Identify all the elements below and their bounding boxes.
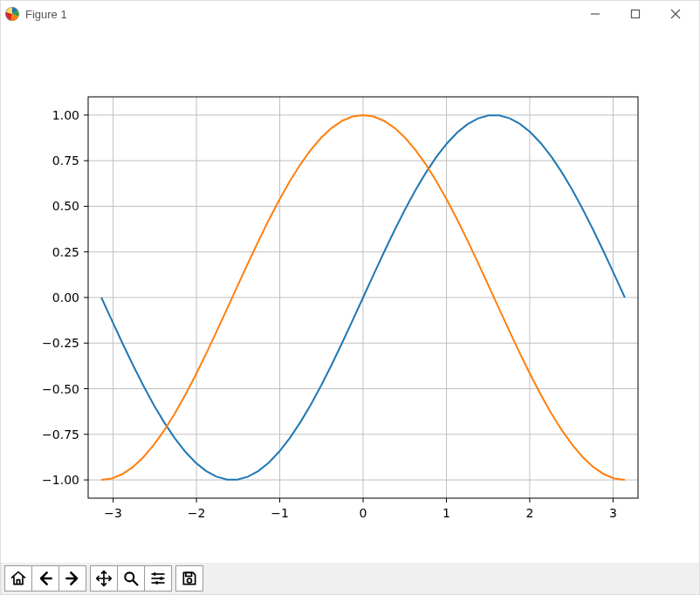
arrow-left-icon <box>37 570 54 587</box>
window-maximize-button[interactable] <box>615 1 655 27</box>
svg-point-47 <box>188 578 192 583</box>
save-button[interactable] <box>176 566 202 591</box>
configure-subplots-button[interactable] <box>144 566 171 591</box>
ytick-label: −1.00 <box>42 473 79 487</box>
move-icon <box>95 570 113 587</box>
forward-button[interactable] <box>58 566 86 591</box>
nav-toolbar <box>1 563 699 594</box>
pan-button[interactable] <box>91 566 117 591</box>
nav-group-view <box>90 565 172 592</box>
save-icon <box>181 570 198 587</box>
ytick-label: −0.50 <box>42 382 79 396</box>
magnify-icon <box>122 570 140 587</box>
svg-rect-45 <box>156 581 159 584</box>
titlebar: Figure 1 <box>1 1 699 27</box>
xtick-label: −2 <box>188 506 206 520</box>
zoom-button[interactable] <box>117 566 144 591</box>
svg-rect-2 <box>632 10 640 18</box>
figure-window: Figure 1 −3−2−10123−1.00−0.75−0.50−0.250… <box>0 0 700 595</box>
window-title: Figure 1 <box>25 8 67 21</box>
xtick-label: 2 <box>525 506 533 520</box>
xtick-label: −1 <box>271 506 289 520</box>
xtick-label: 0 <box>360 506 367 520</box>
ytick-label: 0.00 <box>52 291 79 304</box>
xtick-label: −3 <box>104 506 122 520</box>
ytick-label: 1.00 <box>52 108 79 122</box>
xtick-label: 1 <box>443 506 450 520</box>
svg-rect-43 <box>154 572 156 575</box>
svg-rect-46 <box>186 572 192 576</box>
nav-group-history <box>4 565 86 592</box>
svg-line-39 <box>134 581 138 585</box>
home-button[interactable] <box>5 566 31 591</box>
matplotlib-app-icon <box>4 6 20 22</box>
ytick-label: 0.75 <box>52 154 79 168</box>
plot-canvas[interactable]: −3−2−10123−1.00−0.75−0.50−0.250.000.250.… <box>1 27 699 563</box>
back-button[interactable] <box>31 566 58 591</box>
arrow-right-icon <box>64 570 81 587</box>
xtick-label: 3 <box>609 506 617 520</box>
nav-group-save <box>175 565 203 592</box>
ytick-label: −0.75 <box>42 427 79 441</box>
window-minimize-button[interactable] <box>575 1 615 27</box>
ytick-label: −0.25 <box>42 336 79 350</box>
home-icon <box>10 570 27 587</box>
svg-rect-44 <box>161 577 163 579</box>
sliders-icon <box>149 570 167 587</box>
ytick-label: 0.25 <box>52 245 79 259</box>
ytick-label: 0.50 <box>52 199 79 213</box>
window-close-button[interactable] <box>655 1 696 27</box>
